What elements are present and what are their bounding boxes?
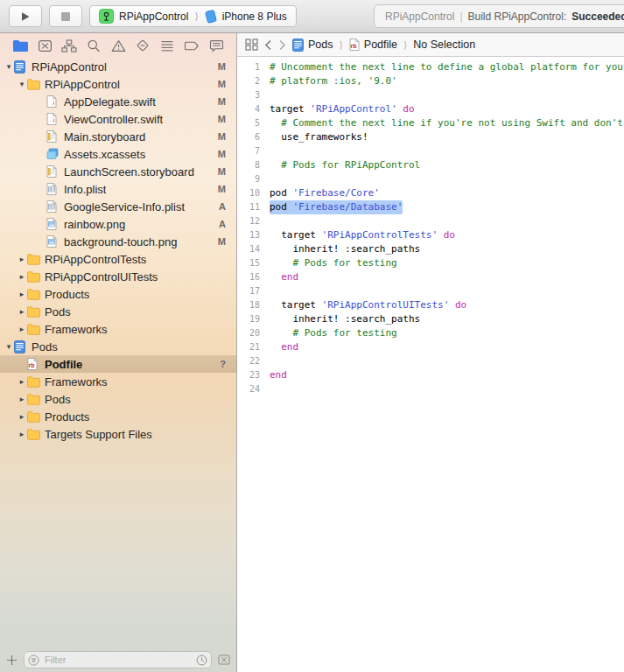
code-line-17[interactable]: 17 — [237, 284, 624, 298]
code-line-18[interactable]: 18 target 'RPiAppControlUITests' do — [237, 298, 624, 312]
tree-row-frameworks[interactable]: ▸Frameworks — [0, 373, 236, 390]
tree-row-viewcontroller-swift[interactable]: ViewController.swiftM — [0, 110, 236, 128]
tree-row-info-plist[interactable]: Info.plistM — [0, 180, 236, 198]
code-line-6[interactable]: 6 use_frameworks! — [237, 130, 624, 144]
code-line-22[interactable]: 22 — [237, 354, 624, 368]
code-line-19[interactable]: 19 inherit! :search_paths — [237, 312, 624, 326]
tree-row-background-touch-png[interactable]: background-touch.pngM — [0, 233, 236, 250]
forward-button[interactable] — [278, 39, 286, 51]
tree-row-launchscreen-storyboard[interactable]: LaunchScreen.storyboardM — [0, 163, 236, 180]
chevron-separator: ⟩ — [340, 39, 343, 51]
svg-text:rb: rb — [29, 362, 35, 368]
related-items-icon[interactable] — [245, 38, 258, 51]
test-navigator[interactable] — [134, 38, 151, 53]
tree-row-rainbow-png[interactable]: rainbow.pngA — [0, 215, 236, 233]
tree-row-rpiappcontroluitests[interactable]: ▸RPiAppControlUITests — [0, 268, 236, 285]
folder-icon — [27, 411, 42, 423]
code-line-12[interactable]: 12 — [237, 214, 624, 228]
code-line-7[interactable]: 7 — [237, 144, 624, 158]
tree-row-products[interactable]: ▸Products — [0, 408, 236, 425]
folder-icon — [27, 79, 42, 90]
disclosure-triangle[interactable]: ▸ — [17, 290, 27, 298]
selected-text-range: pod 'Firebase/Database' — [270, 200, 403, 214]
code-line-24[interactable]: 24 — [237, 382, 624, 396]
debug-navigator[interactable] — [158, 38, 176, 53]
tree-row-pods[interactable]: ▸Pods — [0, 303, 236, 320]
filter-input[interactable] — [43, 654, 193, 666]
status-badge: M — [218, 166, 226, 177]
tree-row-podfile[interactable]: rbPodfile? — [0, 355, 236, 373]
code-line-2[interactable]: 2# platform :ios, '9.0' — [237, 74, 624, 88]
tree-row-pods[interactable]: ▸Pods — [0, 390, 236, 408]
disclosure-triangle[interactable]: ▾ — [4, 342, 14, 351]
tree-item-label: Frameworks — [45, 375, 108, 388]
issue-navigator[interactable] — [109, 38, 127, 53]
find-navigator[interactable] — [85, 38, 102, 53]
code-editor[interactable]: 1# Uncomment the next line to define a g… — [237, 58, 624, 672]
disclosure-triangle[interactable]: ▸ — [17, 412, 27, 421]
code-line-15[interactable]: 15 # Pods for testing — [237, 256, 624, 270]
disclosure-triangle[interactable]: ▸ — [17, 430, 27, 438]
tree-row-googleservice-info-plist[interactable]: GoogleService-Info.plistA — [0, 198, 236, 215]
disclosure-triangle[interactable]: ▸ — [17, 307, 27, 316]
disclosure-triangle[interactable]: ▸ — [17, 377, 27, 386]
line-number: 19 — [237, 312, 260, 326]
tree-row-targets-support-files[interactable]: ▸Targets Support Files — [0, 425, 236, 443]
scheme-app-label: RPiAppControl — [119, 10, 188, 23]
breakpoint-navigator[interactable] — [183, 38, 200, 53]
back-button[interactable] — [264, 39, 272, 51]
tree-row-pods[interactable]: ▾Pods — [0, 338, 236, 355]
report-navigator[interactable] — [207, 38, 225, 53]
scheme-selector[interactable]: RPiAppControl ⟩ iPhone 8 Plus — [89, 5, 297, 27]
breadcrumb-file[interactable]: rb Podfile — [349, 38, 397, 51]
breadcrumb-selection[interactable]: No Selection — [413, 38, 475, 51]
code-line-21[interactable]: 21 end — [237, 340, 624, 354]
breadcrumb-project[interactable]: Pods — [292, 38, 333, 52]
tree-item-label: AppDelegate.swift — [64, 95, 156, 108]
disclosure-triangle[interactable]: ▸ — [17, 395, 27, 403]
tree-row-rpiappcontrol[interactable]: ▾RPiAppControlM — [0, 75, 236, 93]
disclosure-triangle[interactable]: ▾ — [17, 80, 27, 88]
tree-row-main-storyboard[interactable]: Main.storyboardM — [0, 128, 236, 145]
code-line-10[interactable]: 10pod 'Firebase/Core' — [237, 186, 624, 200]
code-line-14[interactable]: 14 inherit! :search_paths — [237, 242, 624, 256]
swift-icon — [46, 95, 61, 108]
tree-row-rpiappcontroltests[interactable]: ▸RPiAppControlTests — [0, 250, 236, 268]
disclosure-triangle[interactable]: ▸ — [17, 255, 27, 263]
symbol-navigator[interactable] — [60, 38, 78, 53]
code-line-16[interactable]: 16 end — [237, 270, 624, 284]
tree-row-products[interactable]: ▸Products — [0, 285, 236, 303]
show-only-modified-icon[interactable] — [218, 654, 230, 665]
code-line-20[interactable]: 20 # Pods for testing — [237, 326, 624, 340]
tree-item-label: Products — [45, 410, 89, 424]
source-control-navigator[interactable] — [36, 38, 53, 53]
tree-row-rpiappcontrol[interactable]: ▾RPiAppControlM — [0, 58, 236, 75]
line-number: 1 — [237, 60, 260, 74]
code-token: end — [281, 340, 298, 354]
code-line-4[interactable]: 4target 'RPiAppControl' do — [237, 102, 624, 116]
code-line-1[interactable]: 1# Uncomment the next line to define a g… — [237, 60, 624, 74]
tree-row-frameworks[interactable]: ▸Frameworks — [0, 320, 236, 338]
line-number: 2 — [237, 74, 260, 88]
stop-button[interactable] — [49, 5, 82, 27]
code-line-5[interactable]: 5 # Comment the next line if you're not … — [237, 116, 624, 130]
disclosure-triangle[interactable]: ▸ — [17, 272, 27, 281]
tree-row-assets-xcassets[interactable]: Assets.xcassetsM — [0, 145, 236, 163]
tree-item-label: Frameworks — [45, 323, 108, 336]
line-number: 23 — [237, 368, 260, 382]
project-navigator-selected[interactable] — [11, 38, 29, 53]
disclosure-triangle[interactable]: ▸ — [17, 325, 27, 333]
status-badge: M — [218, 149, 226, 159]
code-line-8[interactable]: 8 # Pods for RPiAppControl — [237, 158, 624, 172]
tree-row-appdelegate-swift[interactable]: AppDelegate.swiftM — [0, 93, 236, 110]
run-button[interactable] — [9, 5, 42, 27]
code-line-3[interactable]: 3 — [237, 88, 624, 102]
add-button[interactable] — [6, 654, 18, 666]
filter-field[interactable] — [24, 651, 212, 668]
recents-clock-icon[interactable] — [196, 654, 207, 666]
code-line-23[interactable]: 23end — [237, 368, 624, 382]
code-line-9[interactable]: 9 — [237, 172, 624, 186]
code-line-11[interactable]: 11pod 'Firebase/Database' — [237, 200, 624, 214]
code-line-13[interactable]: 13 target 'RPiAppControlTests' do — [237, 228, 624, 242]
disclosure-triangle[interactable]: ▾ — [4, 62, 14, 71]
